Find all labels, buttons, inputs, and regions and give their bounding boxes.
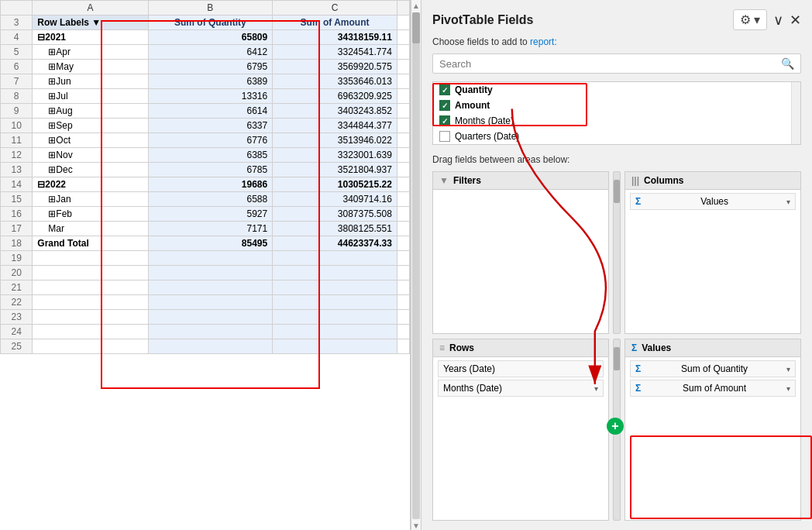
pivot-panel: PivotTable Fields ⚙ ▾ ∨ ✕ Choose fields … [421, 0, 812, 530]
cell-amt: 3353646.013 [273, 74, 397, 89]
table-row: 12⊞Nov63853323001.639 [1, 148, 410, 163]
values-area: Σ Values ΣSum of Quantity▾ΣSum of Amount… [624, 339, 801, 521]
cell-qty: 65809 [148, 30, 273, 45]
table-row: 24 [1, 325, 410, 339]
row-num-3: 3 [1, 15, 33, 30]
cell-label [33, 266, 148, 280]
table-row: 7⊞Jun63893353646.013 [1, 74, 410, 89]
gear-dropdown-arrow: ▾ [754, 12, 760, 27]
spacer [397, 295, 409, 310]
cell-qty: 6614 [148, 104, 273, 119]
cell-amt [273, 280, 397, 295]
row-num-14: 14 [1, 177, 33, 192]
collapse-icon[interactable]: ∨ [773, 12, 783, 29]
row-num-7: 7 [1, 74, 33, 89]
gear-icon: ⚙ [740, 12, 751, 27]
field-list-scrollbar[interactable] [791, 82, 800, 144]
sheet-scrollbar[interactable]: ▲ ▼ [411, 0, 421, 530]
cell-amt: 10305215.22 [273, 177, 397, 192]
row-num-8: 8 [1, 89, 33, 104]
cell-qty: 6337 [148, 119, 273, 133]
mini-scrollbar[interactable] [613, 171, 621, 334]
values-header: Σ Values [625, 339, 800, 357]
filters-body[interactable] [433, 190, 608, 333]
field-checkbox[interactable] [439, 84, 450, 95]
cell-label [33, 251, 148, 266]
cell-qty: 6389 [148, 74, 273, 89]
search-box[interactable]: 🔍 [432, 53, 801, 74]
qty-header: Sum of Quantity [148, 15, 273, 30]
area-divider-2 [614, 339, 620, 521]
gear-button[interactable]: ⚙ ▾ [733, 9, 767, 30]
field-label: Quarters (Date) [455, 131, 519, 142]
field-label: Amount [455, 100, 490, 111]
cell-qty [148, 266, 273, 280]
cell-amt [273, 251, 397, 266]
rows-item-label: Years (Date) [443, 363, 495, 374]
cell-label: Mar [33, 222, 148, 236]
row-num-18: 18 [1, 236, 33, 251]
col-header-a[interactable]: A [33, 1, 148, 15]
values-drag-item[interactable]: ΣSum of Quantity▾ [630, 360, 796, 377]
chevron-down-icon: ▾ [594, 365, 598, 373]
spacer [397, 325, 409, 339]
col-header-b[interactable]: B [148, 1, 273, 15]
close-icon[interactable]: ✕ [790, 12, 801, 29]
search-input[interactable] [439, 58, 781, 70]
row-labels-header: Row Labels ▼ [33, 15, 148, 30]
rows-label: Rows [449, 342, 474, 353]
row-num-24: 24 [1, 325, 33, 339]
values-drag-item[interactable]: ΣSum of Amount▾ [630, 380, 796, 397]
field-checkbox[interactable] [439, 100, 450, 111]
filters-area: ▼ Filters [432, 171, 609, 334]
cell-amt: 44623374.33 [273, 236, 397, 251]
row-num-9: 9 [1, 104, 33, 119]
cell-label: ⊞Apr [33, 45, 148, 60]
columns-icon: ||| [631, 175, 639, 186]
cell-qty [148, 325, 273, 339]
row-num-12: 12 [1, 148, 33, 163]
field-checkbox[interactable] [439, 131, 450, 142]
rows-drag-item[interactable]: Years (Date)▾ [438, 360, 604, 377]
field-label: Quantity [455, 84, 493, 95]
values-item-label: Sum of Quantity [681, 363, 748, 374]
columns-values-item[interactable]: Σ Values ▾ [630, 193, 796, 210]
mini-scrollbar-2[interactable] [613, 339, 621, 521]
cell-amt: 3569920.575 [273, 60, 397, 74]
col-header-row: A B C [1, 1, 410, 15]
row-num-10: 10 [1, 119, 33, 133]
values-body: ΣSum of Quantity▾ΣSum of Amount▾ [625, 357, 800, 520]
cell-amt [273, 266, 397, 280]
mini-scrollbar-thumb [614, 180, 620, 203]
field-item[interactable]: Months (Date) [433, 113, 800, 129]
table-row: 10⊞Sep63373344844.377 [1, 119, 410, 133]
cell-qty [148, 310, 273, 325]
cell-qty: 5927 [148, 207, 273, 222]
row-num-19: 19 [1, 251, 33, 266]
report-link[interactable]: report: [530, 36, 557, 47]
cell-label: ⊟2021 [33, 30, 148, 45]
table-row: 21 [1, 280, 410, 295]
field-item[interactable]: Quarters (Date) [433, 129, 800, 144]
cell-label [33, 295, 148, 310]
rows-drag-item[interactable]: Months (Date)▾ [438, 380, 604, 397]
spacer [397, 339, 409, 354]
table-row: 19 [1, 251, 410, 266]
sigma-icon: Σ [635, 383, 641, 394]
cell-amt [273, 339, 397, 354]
col-header-c[interactable]: C [273, 1, 397, 15]
row-num-21: 21 [1, 280, 33, 295]
values-sigma-icon: Σ [631, 342, 637, 353]
spacer [397, 89, 409, 104]
spreadsheet-area: A B C 3 Row Labels ▼ Sum of Quantity Sum… [0, 0, 411, 530]
cell-label [33, 339, 148, 354]
mini-scrollbar-thumb-2 [614, 347, 620, 370]
cell-amt: 3344844.377 [273, 119, 397, 133]
spacer [397, 177, 409, 192]
values-label: Values [642, 342, 671, 353]
spacer [397, 74, 409, 89]
field-checkbox[interactable] [439, 115, 450, 126]
drag-areas: ▼ Filters ||| Columns Σ Values ▾ [432, 171, 801, 521]
field-item[interactable]: Quantity [433, 82, 800, 98]
field-item[interactable]: Amount [433, 98, 800, 113]
